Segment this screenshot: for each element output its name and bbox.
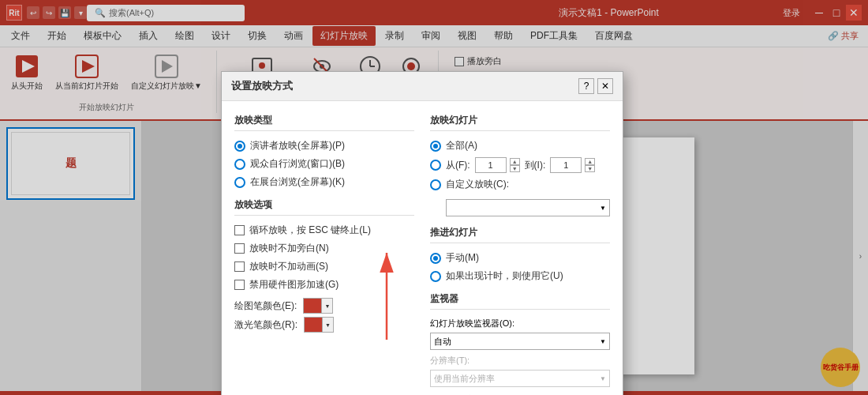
dialog-help-btn[interactable]: ? — [578, 78, 594, 94]
cb-nonarration-box — [234, 243, 245, 254]
resolution-value: 使用当前分辨率 — [434, 373, 495, 385]
pen-color-btn[interactable]: ▼ — [303, 298, 333, 314]
show-options-title: 放映选项 — [234, 198, 414, 216]
monitor-select-arrow: ▼ — [600, 338, 606, 345]
laser-color-swatch — [305, 318, 322, 332]
custom-show-dropdown[interactable]: ▼ — [446, 199, 610, 216]
to-up[interactable]: ▲ — [585, 158, 595, 165]
cb-loop[interactable]: 循环放映，按 ESC 键终止(L) — [234, 224, 414, 237]
cb-noanimation[interactable]: 放映时不加动画(S) — [234, 260, 414, 273]
radio-from-label: 从(F): — [446, 159, 470, 172]
radio-all-circle — [430, 141, 441, 152]
show-options-group: 循环放映，按 ESC 键终止(L) 放映时不加旁白(N) 放映时不加动画(S) … — [234, 224, 414, 292]
show-type-title: 放映类型 — [234, 114, 414, 131]
custom-dropdown-arrow: ▼ — [600, 205, 606, 212]
pen-color-row: 绘图笔颜色(E): ▼ — [234, 298, 414, 314]
radio-manual-label: 手动(M) — [446, 251, 479, 265]
radio-audience-circle — [234, 159, 245, 170]
to-label: 到(I): — [525, 159, 546, 172]
radio-kiosk[interactable]: 在展台浏览(全屏幕)(K) — [234, 175, 414, 189]
radio-audience-label: 观众自行浏览(窗口)(B) — [250, 157, 345, 171]
radio-audience[interactable]: 观众自行浏览(窗口)(B) — [234, 157, 414, 171]
resolution-label: 分辨率(T): — [430, 355, 610, 367]
radio-all-label: 全部(A) — [446, 139, 477, 152]
radio-timing-circle — [430, 271, 441, 282]
show-slides-group: 全部(A) 从(F): 1 ▲ ▼ 到(I): — [430, 139, 610, 216]
radio-from[interactable]: 从(F): 1 ▲ ▼ 到(I): 1 ▲ — [430, 157, 610, 173]
cb-nohw-box — [234, 280, 245, 290]
cb-noanimation-box — [234, 261, 245, 272]
to-arrows: ▲ ▼ — [585, 158, 595, 172]
show-type-group: 演讲者放映(全屏幕)(P) 观众自行浏览(窗口)(B) 在展台浏览(全屏幕)(K… — [234, 139, 414, 189]
radio-manual-circle — [430, 253, 441, 264]
dialog-body: 放映类型 演讲者放映(全屏幕)(P) 观众自行浏览(窗口)(B) 在展台浏览(全… — [222, 101, 623, 395]
cb-nohw[interactable]: 禁用硬件图形加速(G) — [234, 278, 414, 292]
dialog-left: 放映类型 演讲者放映(全屏幕)(P) 观众自行浏览(窗口)(B) 在展台浏览(全… — [234, 114, 414, 395]
cb-loop-box — [234, 225, 245, 235]
from-arrows: ▲ ▼ — [510, 158, 520, 172]
from-spinbox: 1 ▲ ▼ — [475, 157, 520, 173]
pen-color-arrow[interactable]: ▼ — [321, 299, 332, 313]
radio-kiosk-label: 在展台浏览(全屏幕)(K) — [250, 175, 345, 189]
cb-nohw-label: 禁用硬件图形加速(G) — [249, 278, 339, 292]
cb-loop-label: 循环放映，按 ESC 键终止(L) — [249, 224, 371, 237]
monitor-select[interactable]: 自动 ▼ — [430, 333, 610, 350]
radio-custom-circle — [430, 179, 441, 190]
from-up[interactable]: ▲ — [510, 158, 520, 165]
from-down[interactable]: ▼ — [510, 165, 520, 172]
laser-color-arrow[interactable]: ▼ — [322, 318, 333, 332]
radio-kiosk-circle — [234, 177, 245, 188]
monitor-section-title: 监视器 — [430, 292, 610, 310]
advance-title: 推进幻灯片 — [430, 226, 610, 243]
monitor-dropdown-label: 幻灯片放映监视器(O): — [430, 318, 610, 329]
show-slides-title: 放映幻灯片 — [430, 114, 610, 131]
resolution-select[interactable]: 使用当前分辨率 ▼ — [430, 370, 610, 387]
advance-group: 手动(M) 如果出现计时，则使用它(U) — [430, 251, 610, 283]
radio-timing-label: 如果出现计时，则使用它(U) — [446, 269, 563, 283]
radio-presenter[interactable]: 演讲者放映(全屏幕)(P) — [234, 139, 414, 152]
cb-nonarration-label: 放映时不加旁白(N) — [249, 242, 329, 255]
dialog-title-bar: 设置放映方式 ? ✕ — [222, 72, 623, 101]
radio-from-circle — [430, 160, 441, 171]
resolution-arrow: ▼ — [600, 375, 606, 382]
radio-custom-label: 自定义放映(C): — [446, 178, 509, 191]
monitor-select-value: 自动 — [434, 336, 451, 348]
dialog-right: 放映幻灯片 全部(A) 从(F): 1 ▲ ▼ — [430, 114, 610, 395]
dialog-overlay: 设置放映方式 ? ✕ 放映类型 演讲者放映(全屏幕)(P) 观 — [0, 0, 868, 395]
radio-custom[interactable]: 自定义放映(C): — [430, 178, 610, 191]
to-value[interactable]: 1 — [550, 157, 582, 173]
radio-all[interactable]: 全部(A) — [430, 139, 610, 152]
laser-color-btn[interactable]: ▼ — [304, 317, 334, 333]
pen-color-swatch — [304, 299, 321, 313]
radio-presenter-label: 演讲者放映(全屏幕)(P) — [250, 139, 345, 152]
pen-color-label: 绘图笔颜色(E): — [234, 299, 297, 313]
radio-presenter-circle — [234, 141, 245, 152]
dialog-close-btn[interactable]: ✕ — [597, 78, 613, 94]
dialog-title: 设置放映方式 — [231, 79, 293, 93]
monitor-section: 幻灯片放映监视器(O): 自动 ▼ 分辨率(T): 使用当前分辨率 ▼ ✓ 使用… — [430, 318, 610, 395]
to-down[interactable]: ▼ — [585, 165, 595, 172]
radio-manual[interactable]: 手动(M) — [430, 251, 610, 265]
cb-nonarration[interactable]: 放映时不加旁白(N) — [234, 242, 414, 255]
laser-color-row: 激光笔颜色(R): ▼ — [234, 317, 414, 333]
to-spinbox: 1 ▲ ▼ — [550, 157, 595, 173]
radio-timing[interactable]: 如果出现计时，则使用它(U) — [430, 269, 610, 283]
dialog-controls: ? ✕ — [578, 78, 613, 94]
from-value[interactable]: 1 — [475, 157, 507, 173]
laser-color-label: 激光笔颜色(R): — [234, 318, 297, 332]
setup-dialog: 设置放映方式 ? ✕ 放映类型 演讲者放映(全屏幕)(P) 观 — [221, 71, 623, 395]
cb-noanimation-label: 放映时不加动画(S) — [249, 260, 328, 273]
